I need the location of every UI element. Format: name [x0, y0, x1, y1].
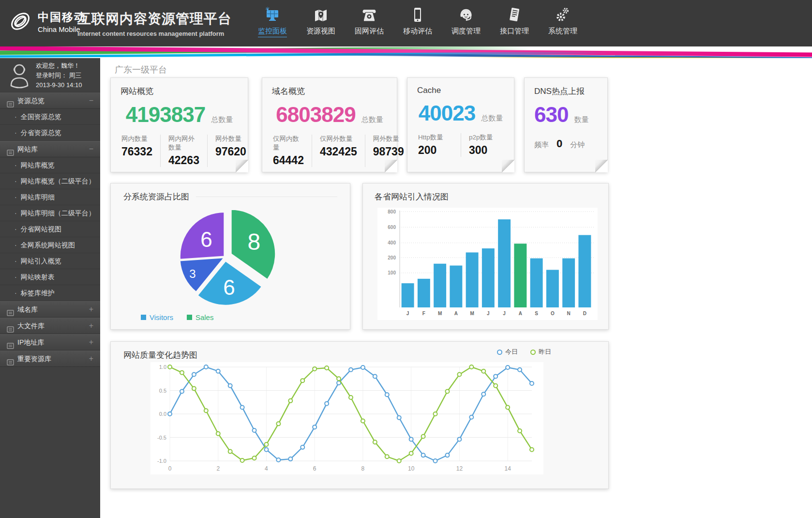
- ribbon-decoration: [0, 46, 812, 58]
- sidebar-subitem[interactable]: ·标签库维护: [0, 285, 100, 301]
- sidebar-subitem[interactable]: ·网站库概览（二级平台）: [0, 173, 100, 189]
- svg-text:400: 400: [388, 240, 396, 245]
- sidebar-subitem[interactable]: ·网站引入概览: [0, 253, 100, 269]
- svg-text:D: D: [583, 311, 586, 316]
- big-number: 6803829: [276, 103, 355, 127]
- legend-sales[interactable]: Sales: [187, 313, 214, 321]
- big-number: 40023: [419, 101, 475, 125]
- svg-text:8: 8: [247, 229, 260, 255]
- pie-chart-card: 分系统资源占比图 8636 Visitors Sales: [110, 183, 350, 330]
- stat-card-domain: 域名概览 6803829总数量 仅网内数量64442 仅网外数量432425 网…: [262, 77, 397, 172]
- pie-chart[interactable]: 8636: [111, 200, 351, 310]
- svg-text:600: 600: [388, 225, 396, 230]
- svg-text:0.0: 0.0: [159, 411, 166, 417]
- sidebar-section-important-resource-library[interactable]: 重要资源库+: [0, 350, 100, 367]
- sidebar-subitem[interactable]: ·全网系统网站视图: [0, 237, 100, 253]
- svg-text:1.0: 1.0: [159, 364, 166, 370]
- nav-label[interactable]: 移动评估: [403, 27, 432, 37]
- stat-card-cache: Cache 40023总数量 Http数量200 p2p数量300: [407, 77, 514, 172]
- svg-text:A: A: [454, 311, 458, 316]
- page-header-title: 互联网内容资源管理平台: [77, 10, 232, 28]
- sidebar-section-domain-library[interactable]: 域名库+: [0, 301, 100, 318]
- nav-label[interactable]: 固网评估: [355, 27, 384, 37]
- line-legend: 今日 昨日: [497, 348, 551, 356]
- sidebar-section-website-library[interactable]: 网站库−: [0, 141, 100, 157]
- sidebar-subitem[interactable]: ·全国资源总览: [0, 109, 100, 125]
- svg-text:10: 10: [408, 465, 415, 472]
- page-title: 广东一级平台: [115, 64, 167, 76]
- svg-text:F: F: [422, 311, 425, 316]
- expand-state-icon: +: [89, 318, 93, 334]
- sidebar-section-ip-address-library[interactable]: IP地址库+: [0, 334, 100, 350]
- legend-today[interactable]: 今日: [497, 348, 518, 356]
- welcome-text: 欢迎您，魏华！: [36, 61, 82, 71]
- svg-text:S: S: [535, 311, 538, 316]
- svg-text:3: 3: [189, 267, 195, 280]
- section-label: 大文件库: [17, 322, 45, 330]
- nav-item-system-mgmt[interactable]: 系统管理: [539, 6, 587, 37]
- stat-col: 网内网外数量42263: [160, 135, 207, 167]
- big-unit: 总数量: [361, 115, 383, 124]
- section-label: 域名库: [17, 305, 38, 313]
- big-unit: 总数量: [481, 114, 503, 123]
- sidebar-subitem[interactable]: ·分省资源总览: [0, 125, 100, 141]
- line-chart-card: 网站质量变化趋势图 今日 昨日 024681012141.00.50.0-0.5…: [110, 341, 609, 489]
- legend-visitors[interactable]: Visitors: [141, 313, 173, 321]
- stat-col: 网内数量76332: [120, 135, 160, 167]
- section-label: 重要资源库: [17, 355, 51, 363]
- svg-text:J: J: [406, 311, 409, 316]
- svg-text:4: 4: [265, 465, 268, 472]
- svg-text:6: 6: [313, 465, 316, 472]
- doc-icon: [7, 355, 14, 371]
- nav-label[interactable]: 系统管理: [548, 27, 577, 37]
- stat-col: 仅网内数量64442: [272, 135, 312, 167]
- brand: 中国移动 China Mobile: [8, 9, 86, 34]
- nav-item-interface-mgmt[interactable]: 接口管理: [490, 6, 539, 37]
- nav-item-monitor-panel[interactable]: 监控面板: [248, 6, 297, 37]
- sidebar-subitem[interactable]: ·网站映射表: [0, 269, 100, 285]
- freq-value: 0: [556, 137, 562, 150]
- sidebar-subitem[interactable]: ·分省网站视图: [0, 221, 100, 237]
- section-label: 资源总览: [17, 97, 45, 105]
- svg-text:-0.5: -0.5: [157, 435, 166, 441]
- chart-title: 网站质量变化趋势图: [123, 350, 197, 361]
- sidebar-section-big-file-library[interactable]: 大文件库+: [0, 318, 100, 334]
- legend-yesterday[interactable]: 昨日: [530, 348, 551, 356]
- sidebar-subitem[interactable]: ·网站库明细: [0, 189, 100, 205]
- svg-text:6: 6: [223, 275, 235, 299]
- expand-state-icon: +: [89, 302, 93, 317]
- app-header: 中国移动 China Mobile 互联网内容资源管理平台 Internet c…: [0, 0, 812, 48]
- login-time-value: 2013-9-30 14:10: [36, 80, 82, 90]
- chart-title: 各省网站引入情况图: [375, 191, 449, 202]
- nav-label[interactable]: 接口管理: [500, 27, 529, 37]
- svg-text:A: A: [519, 311, 522, 316]
- freq-unit: 分钟: [570, 140, 585, 150]
- svg-text:N: N: [567, 311, 571, 316]
- svg-text:J: J: [503, 311, 506, 316]
- mobile-icon: [393, 6, 442, 23]
- expand-state-icon: +: [89, 351, 93, 366]
- expand-state-icon: −: [89, 93, 93, 108]
- svg-text:-1.0: -1.0: [157, 458, 166, 464]
- sidebar-subitem[interactable]: ·网站库明细（二级平台）: [0, 205, 100, 221]
- nav-label[interactable]: 监控面板: [258, 27, 287, 37]
- nav-item-dispatch-mgmt[interactable]: 调度管理: [442, 6, 490, 37]
- avatar-icon: [8, 61, 31, 91]
- svg-text:O: O: [551, 311, 555, 316]
- gears-icon: [539, 6, 587, 23]
- svg-text:200: 200: [388, 255, 396, 260]
- nav-label[interactable]: 资源视图: [306, 27, 335, 37]
- stat-card-website: 网站概览 4193837总数量 网内数量76332 网内网外数量42263 网外…: [110, 77, 248, 172]
- nav-item-resource-view[interactable]: 资源视图: [297, 6, 345, 37]
- svg-text:M: M: [470, 311, 474, 316]
- nav-item-mobile-eval[interactable]: 移动评估: [393, 6, 442, 37]
- nav-item-fixed-net-eval[interactable]: 固网评估: [345, 6, 393, 37]
- nav-label[interactable]: 调度管理: [451, 27, 481, 37]
- card-title: 域名概览: [272, 86, 387, 97]
- sidebar-section-resource-overview[interactable]: 资源总览−: [0, 92, 100, 109]
- bar-chart[interactable]: 100200400600800JFMAMJJASOND: [377, 208, 598, 320]
- user-info: 欢迎您，魏华！ 登录时间： 周三 2013-9-30 14:10: [0, 57, 100, 92]
- sidebar-subitem[interactable]: ·网站库概览: [0, 157, 100, 173]
- line-chart[interactable]: 024681012141.00.50.0-0.5-1.0: [150, 362, 543, 474]
- pie-legend: Visitors Sales: [141, 313, 213, 321]
